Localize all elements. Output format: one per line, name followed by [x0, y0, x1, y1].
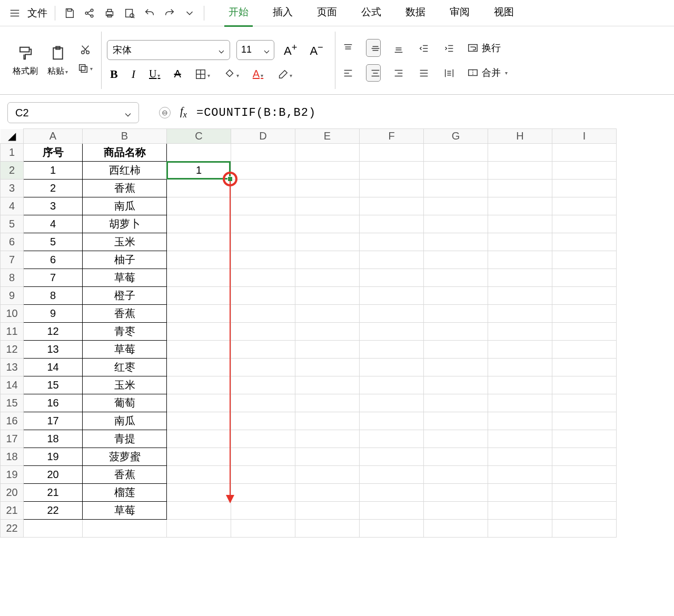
redo-icon[interactable]	[160, 0, 180, 26]
cell-F13[interactable]	[360, 359, 424, 376]
cell-F20[interactable]	[360, 484, 424, 502]
cell-B1[interactable]: 商品名称	[83, 144, 167, 162]
cell-E10[interactable]	[295, 305, 360, 323]
cell-E15[interactable]	[295, 394, 360, 412]
select-all-corner[interactable]: ◢	[1, 129, 24, 144]
cell-B2[interactable]: 西红柿	[83, 162, 167, 180]
cell-E2[interactable]	[295, 162, 360, 180]
cell-D9[interactable]	[231, 287, 295, 305]
tab-视图[interactable]: 视图	[490, 0, 518, 25]
cell-D10[interactable]	[231, 305, 295, 323]
cell-D11[interactable]	[231, 323, 295, 341]
cell-E20[interactable]	[295, 484, 360, 502]
cell-E12[interactable]	[295, 341, 360, 359]
font-name-select[interactable]: 宋体 ⌵	[107, 40, 230, 60]
row-header-17[interactable]: 17	[1, 430, 24, 448]
cell-B19[interactable]: 香蕉	[83, 466, 167, 484]
cell-E22[interactable]	[295, 520, 360, 538]
cell-F3[interactable]	[360, 180, 424, 197]
copy-icon[interactable]: ▾	[77, 63, 93, 74]
decrease-indent-icon[interactable]	[417, 42, 431, 54]
cell-D20[interactable]	[231, 484, 295, 502]
cell-G15[interactable]	[424, 394, 488, 412]
cell-C2[interactable]: 1	[167, 162, 231, 180]
cell-D3[interactable]	[231, 180, 295, 197]
cell-C14[interactable]	[167, 376, 231, 394]
distribute-icon[interactable]	[442, 67, 457, 80]
cell-D13[interactable]	[231, 359, 295, 376]
cell-I13[interactable]	[552, 359, 617, 376]
cell-D14[interactable]	[231, 376, 295, 394]
cell-A2[interactable]: 1	[24, 162, 83, 180]
cell-G7[interactable]	[424, 251, 488, 269]
column-header-I[interactable]: I	[552, 129, 617, 144]
cell-F11[interactable]	[360, 323, 424, 341]
cell-C18[interactable]	[167, 448, 231, 466]
cell-C20[interactable]	[167, 484, 231, 502]
cell-F16[interactable]	[360, 412, 424, 430]
row-header-11[interactable]: 11	[1, 323, 24, 341]
row-header-9[interactable]: 9	[1, 287, 24, 305]
cell-E1[interactable]	[295, 144, 360, 162]
cell-H9[interactable]	[488, 287, 552, 305]
tab-公式[interactable]: 公式	[357, 0, 385, 25]
formula-input[interactable]: =COUNTIF(B:B,B2)	[196, 106, 316, 120]
cell-I19[interactable]	[552, 466, 617, 484]
more-dropdown-icon[interactable]	[180, 0, 200, 26]
row-header-18[interactable]: 18	[1, 448, 24, 466]
tab-审阅[interactable]: 审阅	[445, 0, 474, 25]
cell-I14[interactable]	[552, 376, 617, 394]
cell-A5[interactable]: 4	[24, 215, 83, 233]
cell-D19[interactable]	[231, 466, 295, 484]
cell-C1[interactable]	[167, 144, 231, 162]
cell-I8[interactable]	[552, 269, 617, 287]
cell-D4[interactable]	[231, 197, 295, 215]
cell-G5[interactable]	[424, 215, 488, 233]
cell-D8[interactable]	[231, 269, 295, 287]
row-header-16[interactable]: 16	[1, 412, 24, 430]
align-right-icon[interactable]	[391, 67, 406, 80]
share-icon[interactable]	[80, 0, 100, 26]
cell-G20[interactable]	[424, 484, 488, 502]
cell-E19[interactable]	[295, 466, 360, 484]
cell-H19[interactable]	[488, 466, 552, 484]
row-header-21[interactable]: 21	[1, 502, 24, 520]
cell-A16[interactable]: 17	[24, 412, 83, 430]
cell-A3[interactable]: 2	[24, 180, 83, 197]
cell-H14[interactable]	[488, 376, 552, 394]
font-size-select[interactable]: 11 ⌵	[236, 40, 274, 60]
cell-F17[interactable]	[360, 430, 424, 448]
cell-A19[interactable]: 20	[24, 466, 83, 484]
justify-icon[interactable]	[417, 67, 431, 80]
tab-数据[interactable]: 数据	[401, 0, 430, 25]
align-middle-icon[interactable]	[366, 39, 381, 57]
cell-C3[interactable]	[167, 180, 231, 197]
cell-H1[interactable]	[488, 144, 552, 162]
cell-B7[interactable]: 柚子	[83, 251, 167, 269]
cell-A1[interactable]: 序号	[24, 144, 83, 162]
cell-G12[interactable]	[424, 341, 488, 359]
cell-C15[interactable]	[167, 394, 231, 412]
cell-G18[interactable]	[424, 448, 488, 466]
cell-I5[interactable]	[552, 215, 617, 233]
cell-F14[interactable]	[360, 376, 424, 394]
column-header-B[interactable]: B	[83, 129, 167, 144]
cell-B16[interactable]: 南瓜	[83, 412, 167, 430]
cell-I16[interactable]	[552, 412, 617, 430]
cell-H6[interactable]	[488, 233, 552, 251]
cell-C5[interactable]	[167, 215, 231, 233]
paste-button[interactable]: 粘贴▾	[47, 44, 68, 77]
cell-I20[interactable]	[552, 484, 617, 502]
cell-A4[interactable]: 3	[24, 197, 83, 215]
wrap-text-button[interactable]: 换行	[467, 42, 501, 54]
column-header-E[interactable]: E	[295, 129, 360, 144]
cell-I2[interactable]	[552, 162, 617, 180]
cell-D5[interactable]	[231, 215, 295, 233]
cell-I7[interactable]	[552, 251, 617, 269]
cell-B4[interactable]: 南瓜	[83, 197, 167, 215]
cell-G4[interactable]	[424, 197, 488, 215]
cell-H18[interactable]	[488, 448, 552, 466]
align-top-icon[interactable]	[341, 42, 355, 54]
cell-G19[interactable]	[424, 466, 488, 484]
expand-formula-icon[interactable]: ⊖	[159, 107, 171, 118]
